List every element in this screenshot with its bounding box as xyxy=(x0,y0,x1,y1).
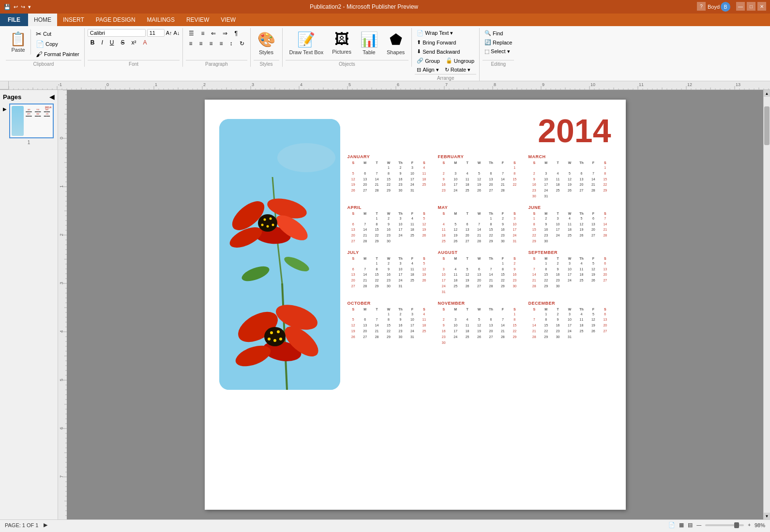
close-button[interactable]: ✕ xyxy=(757,2,766,11)
main-layout: Pages ◀ ▶ 2014 JAN■■■■■■■ xyxy=(0,90,770,519)
page-indicator-arrow: ▶ xyxy=(3,106,7,112)
justify-button[interactable]: ≡ xyxy=(216,39,226,48)
objects-group: 📝 Draw Text Box 🖼 Pictures 📊 Table ⬟ Sha… xyxy=(283,28,412,67)
cut-button[interactable]: ✂ Cut xyxy=(34,29,81,39)
cut-icon: ✂ xyxy=(36,30,42,38)
numbering-button[interactable]: ≡ xyxy=(198,29,207,38)
font-label[interactable]: Font xyxy=(88,60,180,67)
zoom-out-button[interactable]: — xyxy=(696,522,701,528)
help-button[interactable]: ? xyxy=(697,2,706,11)
avatar: B xyxy=(721,2,730,12)
font-grow-button[interactable]: A↑ xyxy=(166,30,172,36)
bullets-button[interactable]: ☰ xyxy=(186,29,197,38)
page-thumbnail-1[interactable]: 2014 JAN■■■■■■■ FEB■■■■■■■ MAR■■■■■■■ AP… xyxy=(9,103,54,138)
wrap-text-icon: 📄 xyxy=(417,30,423,36)
line-spacing-button[interactable]: ↕ xyxy=(227,39,236,48)
cut-label: Cut xyxy=(43,31,51,37)
find-icon: 🔍 xyxy=(484,30,491,36)
shapes-button[interactable]: ⬟ Shapes xyxy=(383,29,408,57)
save-icon[interactable]: 💾 xyxy=(4,4,11,10)
user-name: Boyd xyxy=(708,4,720,10)
copy-button[interactable]: 📄 Copy xyxy=(34,39,81,49)
calendar-content: 2014 JANUARYSMTWThFS12345678910111213141… xyxy=(347,114,611,345)
flower-image xyxy=(219,119,340,390)
pages-panel-title: Pages xyxy=(3,93,21,101)
redo-icon[interactable]: ↪ xyxy=(21,4,25,10)
window-controls[interactable]: ? Boyd B — □ ✕ xyxy=(697,2,766,12)
italic-button[interactable]: I xyxy=(98,38,106,47)
font-name-input[interactable] xyxy=(88,29,146,37)
replace-button[interactable]: 🔄 Replace xyxy=(483,38,514,46)
pages-panel-collapse-button[interactable]: ◀ xyxy=(49,93,55,101)
month-calendar-december: DECEMBERSMTWThFS123456789101112131415161… xyxy=(528,301,611,346)
zoom-slider[interactable] xyxy=(705,524,744,526)
draw-text-box-button[interactable]: 📝 Draw Text Box xyxy=(286,29,328,57)
rotate-button[interactable]: ↻ Rotate ▾ xyxy=(443,66,472,74)
strikethrough-button[interactable]: S xyxy=(118,38,127,47)
bold-button[interactable]: B xyxy=(88,38,98,47)
mailings-menu[interactable]: MAILINGS xyxy=(141,14,181,26)
font-color-button[interactable]: A xyxy=(140,38,150,47)
view-menu[interactable]: VIEW xyxy=(215,14,242,26)
align-icon: ⊟ xyxy=(417,67,421,73)
align-button[interactable]: ⊟ Align ▾ xyxy=(415,66,441,74)
align-left-button[interactable]: ≡ xyxy=(186,39,195,48)
send-backward-button[interactable]: ⬇ Send Backward xyxy=(415,47,462,56)
select-button[interactable]: ⬚ Select ▾ xyxy=(483,47,512,56)
page-info: PAGE: 1 OF 1 xyxy=(5,522,39,528)
underline-button[interactable]: U xyxy=(107,38,117,47)
select-icon: ⬚ xyxy=(484,48,489,55)
format-painter-button[interactable]: 🖌 Format Painter xyxy=(34,49,81,59)
zoom-in-button[interactable]: + xyxy=(748,522,751,528)
vertical-scrollbar[interactable]: ▲ ▼ xyxy=(763,90,770,519)
page-design-menu[interactable]: PAGE DESIGN xyxy=(90,14,141,26)
ruler-corner xyxy=(0,81,9,89)
file-menu[interactable]: FILE xyxy=(0,14,28,26)
group-button[interactable]: 🔗 Group xyxy=(415,57,442,65)
view-page-icon[interactable]: ▤ xyxy=(688,522,693,528)
scroll-thumb[interactable] xyxy=(764,106,770,145)
maximize-button[interactable]: □ xyxy=(747,2,755,11)
wrap-text-button[interactable]: 📄 Wrap Text ▾ xyxy=(415,29,455,37)
undo-icon[interactable]: ↩ xyxy=(14,4,18,10)
canvas-area[interactable]: 2014 JANUARYSMTWThFS12345678910111213141… xyxy=(67,90,763,519)
table-button[interactable]: 📊 Table xyxy=(356,29,382,57)
review-menu[interactable]: REVIEW xyxy=(181,14,215,26)
scroll-up-button[interactable]: ▲ xyxy=(764,90,770,97)
paragraph-label[interactable]: Paragraph xyxy=(186,60,247,67)
shapes-label: Shapes xyxy=(387,49,405,55)
align-center-button[interactable]: ≡ xyxy=(196,39,205,48)
home-menu[interactable]: HOME xyxy=(28,14,57,26)
find-button[interactable]: 🔍 Find xyxy=(483,29,505,37)
styles-icon: 🎨 xyxy=(257,31,275,48)
styles-button[interactable]: 🎨 Styles xyxy=(254,29,279,57)
font-group: A↑ A↓ B I U S x² A Font xyxy=(85,28,183,67)
rotate-label: Rotate ▾ xyxy=(451,67,470,73)
arrange-section-label[interactable]: Arrange xyxy=(415,74,476,81)
view-normal-icon[interactable]: 📄 xyxy=(668,522,675,528)
styles-section-label[interactable]: Styles xyxy=(254,60,279,67)
scroll-track[interactable] xyxy=(764,97,770,513)
editing-section-label[interactable]: Editing xyxy=(483,60,514,67)
insert-menu[interactable]: INSERT xyxy=(57,14,90,26)
svg-point-10 xyxy=(264,327,286,346)
increase-indent-button[interactable]: ⇒ xyxy=(220,29,230,38)
bring-forward-button[interactable]: ⬆ Bring Forward xyxy=(415,38,458,46)
scroll-down-button[interactable]: ▼ xyxy=(764,513,770,519)
font-shrink-button[interactable]: A↓ xyxy=(174,30,180,36)
clipboard-label[interactable]: Clipboard xyxy=(6,60,81,67)
pictures-button[interactable]: 🖼 Pictures xyxy=(328,29,355,57)
font-size-input[interactable] xyxy=(147,29,165,37)
decrease-indent-button[interactable]: ⇐ xyxy=(208,29,219,38)
view-grid-icon[interactable]: ▦ xyxy=(679,522,684,528)
superscript-button[interactable]: x² xyxy=(128,38,139,47)
align-right-button[interactable]: ≡ xyxy=(206,39,215,48)
show-formatting-button[interactable]: ¶ xyxy=(231,29,240,38)
minimize-button[interactable]: — xyxy=(736,2,745,11)
rotate-icon: ↻ xyxy=(445,67,449,73)
paste-button[interactable]: 📋 Paste xyxy=(6,29,31,55)
text-direction-button[interactable]: ↻ xyxy=(237,39,247,48)
objects-section-label[interactable]: Objects xyxy=(286,60,409,67)
ungroup-button[interactable]: 🔓 Ungroup xyxy=(444,57,476,65)
quick-access-toolbar[interactable]: 💾 ↩ ↪ ▾ xyxy=(4,4,31,10)
